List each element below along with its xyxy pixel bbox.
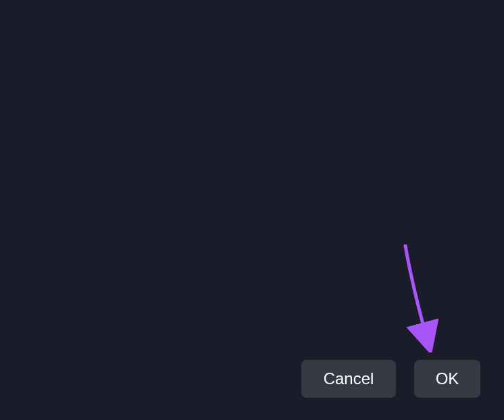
annotation-arrow-icon [400, 244, 440, 352]
dialog-button-row: Cancel OK [301, 360, 480, 398]
cancel-button[interactable]: Cancel [301, 360, 396, 398]
ok-button[interactable]: OK [414, 360, 480, 398]
